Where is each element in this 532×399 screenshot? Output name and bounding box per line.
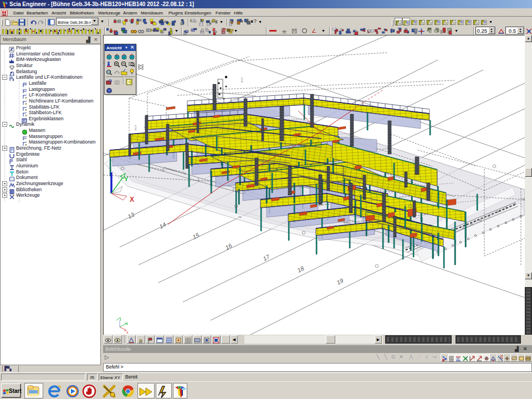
svg-text:13: 13 — [126, 211, 135, 220]
svg-text:15: 15 — [191, 232, 200, 241]
svg-text:+8.13: +8.13 — [134, 125, 137, 131]
svg-text:14: 14 — [158, 221, 167, 230]
svg-text:16: 16 — [224, 242, 233, 251]
svg-text:X: X — [130, 196, 134, 203]
svg-text:18: 18 — [296, 265, 305, 274]
svg-text:Y: Y — [124, 176, 129, 182]
svg-text:19: 19 — [335, 277, 344, 286]
svg-text:17: 17 — [262, 253, 271, 262]
svg-text:x: x — [126, 330, 129, 334]
svg-text:+8.13: +8.13 — [241, 77, 243, 83]
